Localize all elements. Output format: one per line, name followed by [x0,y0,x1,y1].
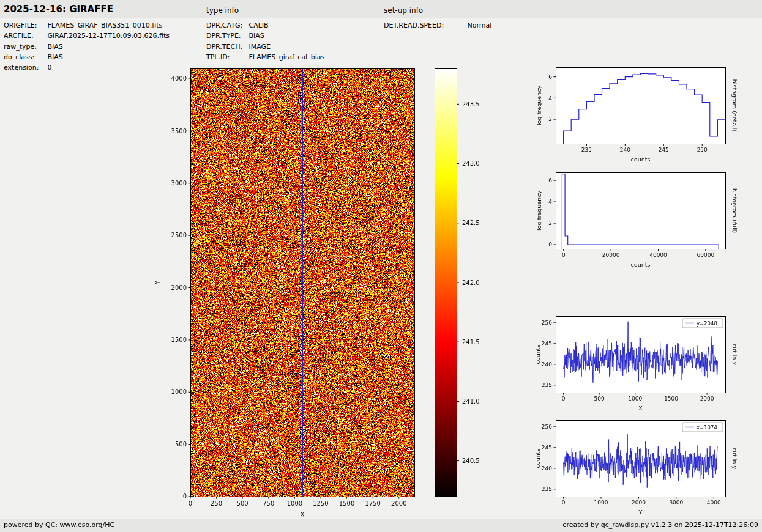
y-tick-label: 1000 [171,388,187,395]
histogram-detail-ylabel: log frequency [536,86,542,126]
cut-y-legend: x=1074 [682,423,723,432]
y-tick-label: 240 [542,465,552,471]
y-tick-label: 250 [542,424,552,430]
y-tick-label: 240 [542,361,552,368]
x-tick-label: 240 [620,147,630,153]
y-tick-label: 6 [548,74,552,80]
y-tick-label: 3500 [171,128,187,135]
histogram-full-right-label: histogram (full) [731,188,738,233]
x-tick-label: 1750 [365,500,380,507]
colorbar-tick-label: 242.0 [462,279,480,286]
x-tick-label: 0 [562,252,566,258]
x-tick-label: 0 [562,396,566,402]
x-tick-label: 1500 [664,396,678,402]
cut-x-legend: y=2048 [682,319,723,328]
y-tick-label: 3000 [171,180,187,187]
x-tick-label: 0 [562,500,566,506]
x-tick-label: 750 [263,500,274,507]
y-tick-label: 2500 [171,232,187,238]
y-tick-label: 245 [542,341,552,347]
colorbar-tick-label: 241.0 [462,398,480,405]
y-tick-label: 6 [548,177,552,183]
cut-x-xlabel: X [638,405,643,412]
x-tick-label: 2000 [700,396,714,402]
y-tick-label: 2000 [171,284,187,291]
x-tick-label: 1000 [594,500,608,506]
x-tick-label: 3000 [669,500,683,506]
x-tick-label: 1000 [628,396,642,402]
bias-image-axes: 0250500750100012501500175020000500100015… [154,69,415,519]
y-tick-label: 2 [548,116,552,122]
colorbar-tick-label: 241.5 [462,339,480,345]
x-tick-label: 250 [211,500,222,507]
plots-overlay: 240.5241.0241.5242.0242.5243.0243.502505… [0,0,762,532]
y-tick-label: 4000 [171,75,187,82]
x-tick-label: 500 [594,396,605,402]
colorbar-frame: 240.5241.0241.5242.0242.5243.0243.5 [435,69,480,497]
histogram-detail-xlabel: counts [631,156,651,163]
bias-image-xlabel: X [301,511,305,518]
histogram-full-xlabel: counts [631,261,651,268]
colorbar-tick-label: 240.5 [462,457,480,464]
y-tick-label: 500 [175,441,187,448]
y-tick-label: 0 [548,242,552,248]
x-tick-label: 60000 [697,252,715,258]
y-tick-label: 250 [542,320,552,326]
x-tick-label: 20000 [602,252,620,258]
y-tick-label: 245 [542,445,552,451]
colorbar-tick-label: 242.5 [462,220,480,226]
x-tick-label: 2000 [391,500,406,507]
bias-image-ylabel: Y [154,280,161,285]
cut-y-ylabel: counts [534,449,541,468]
created-by-text: created by qc_rawdisp.py v1.2.3 on 2025-… [562,519,758,532]
histogram-full-plot-area [556,172,725,249]
x-tick-label: 4000 [707,500,721,506]
y-tick-label: 4 [548,95,552,102]
x-tick-label: 250 [697,147,708,153]
cut-y-right-label: cut in y [731,448,738,470]
x-tick-label: 245 [659,147,669,153]
histogram-full-ylabel: log frequency [536,191,542,231]
cut-x-right-label: cut in x [731,344,738,366]
x-tick-label: 1500 [339,500,354,507]
x-tick-label: 0 [189,500,192,507]
y-tick-label: 4 [548,199,552,205]
cut-x-legend-label: y=2048 [697,320,717,327]
histogram-detail-plot-area [556,67,725,144]
x-tick-label: 40000 [649,252,667,258]
x-tick-label: 235 [581,147,592,153]
cut-x-ylabel: counts [534,345,541,364]
cut-y-legend-label: x=1074 [697,424,717,430]
y-tick-label: 1500 [171,336,187,343]
x-tick-label: 1250 [313,500,328,507]
y-tick-label: 0 [183,493,187,500]
histogram-detail-right-label: histogram (detail) [731,79,738,131]
y-tick-label: 235 [542,382,552,388]
footer-bar: powered by QC: www.eso.org/HC created by… [0,519,762,532]
y-tick-label: 235 [542,486,552,492]
y-tick-label: 2 [548,220,552,226]
x-tick-label: 2000 [632,500,646,506]
qc-rawdisp-page: 2025-12-16: GIRAFFE type info set-up inf… [0,0,762,532]
colorbar-tick-label: 243.0 [462,160,480,167]
powered-by-link[interactable]: powered by QC: www.eso.org/HC [4,519,114,532]
cut-y-xlabel: Y [638,509,643,515]
x-tick-label: 1000 [287,500,302,507]
x-tick-label: 500 [237,500,248,507]
colorbar-tick-label: 243.5 [462,101,480,108]
